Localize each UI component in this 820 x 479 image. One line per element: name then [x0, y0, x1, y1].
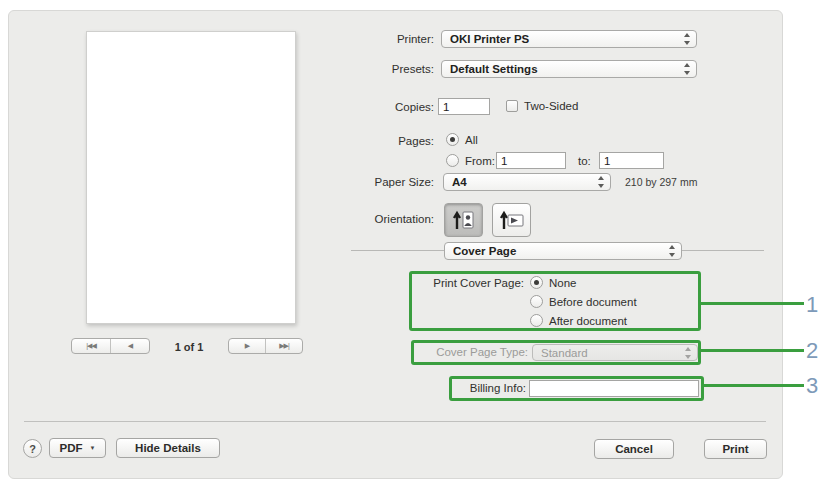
portrait-icon	[452, 208, 476, 232]
print-dialog: |◀◀ ◀ 1 of 1 ▶ ▶▶| Printer: OKI Printer …	[8, 10, 783, 479]
cover-page-type-label: Cover Page Type:	[414, 346, 528, 358]
presets-label: Presets:	[284, 63, 434, 75]
cover-page-type-popup: Standard	[532, 344, 698, 361]
stepper-icon	[684, 347, 692, 359]
pages-label: Pages:	[284, 135, 434, 147]
callout-number-2: 2	[806, 338, 818, 364]
stepper-icon	[597, 176, 605, 188]
pager-prev-button[interactable]: ◀	[110, 339, 149, 353]
pane-popup-value: Cover Page	[453, 245, 516, 257]
pages-to-input[interactable]	[599, 152, 664, 169]
callout-line-3	[703, 384, 804, 387]
hide-details-button[interactable]: Hide Details	[116, 438, 220, 458]
pager-next-button[interactable]: ▶	[229, 339, 265, 353]
print-cover-page-group: Print Cover Page: None Before document A…	[409, 271, 701, 331]
pages-from-label: From:	[465, 155, 495, 167]
cover-page-type-group: Cover Page Type: Standard	[411, 340, 701, 365]
landscape-icon	[499, 208, 525, 232]
presets-popup[interactable]: Default Settings	[441, 60, 697, 78]
stepper-icon	[683, 33, 691, 45]
paper-dimensions-label: 210 by 297 mm	[625, 176, 697, 188]
billing-info-label: Billing Info:	[452, 382, 526, 394]
pages-from-input[interactable]	[496, 152, 566, 169]
paper-size-label: Paper Size:	[284, 176, 434, 188]
pdf-menu-button[interactable]: PDF ▼	[49, 438, 106, 458]
pager-first-button[interactable]: |◀◀	[72, 339, 110, 353]
print-button[interactable]: Print	[704, 439, 767, 459]
two-sided-checkbox[interactable]	[506, 100, 518, 112]
presets-popup-value: Default Settings	[450, 63, 538, 75]
cover-page-after-radio[interactable]	[530, 314, 543, 327]
pager-back-group: |◀◀ ◀	[71, 338, 150, 354]
cancel-button[interactable]: Cancel	[594, 439, 674, 459]
callout-number-1: 1	[806, 292, 818, 318]
orientation-landscape-button[interactable]	[492, 203, 531, 237]
cover-page-before-radio[interactable]	[530, 295, 543, 308]
orientation-portrait-button[interactable]	[444, 203, 483, 237]
printer-popup-value: OKI Printer PS	[450, 33, 529, 45]
cover-page-after-label: After document	[549, 315, 627, 327]
pages-to-label: to:	[578, 155, 591, 167]
print-cover-page-label: Print Cover Page:	[412, 277, 524, 289]
callout-line-1	[700, 302, 804, 305]
pages-all-radio[interactable]	[446, 133, 459, 146]
billing-info-input[interactable]	[529, 380, 699, 397]
printer-popup[interactable]: OKI Printer PS	[441, 30, 697, 48]
help-button[interactable]: ?	[23, 439, 42, 458]
paper-size-popup[interactable]: A4	[443, 173, 611, 191]
pager-last-button[interactable]: ▶▶|	[265, 339, 302, 353]
stepper-icon	[683, 63, 691, 75]
callout-line-2	[700, 349, 804, 352]
orientation-label: Orientation:	[284, 213, 434, 225]
pdf-button-label: PDF	[60, 442, 83, 454]
pages-range-radio[interactable]	[446, 154, 459, 167]
footer-separator	[24, 421, 766, 422]
copies-input[interactable]	[438, 98, 490, 115]
copies-label: Copies:	[284, 101, 434, 113]
billing-info-group: Billing Info:	[449, 376, 704, 401]
pane-popup[interactable]: Cover Page	[444, 242, 682, 260]
cover-page-none-label: None	[549, 277, 577, 289]
print-preview-page	[86, 31, 296, 324]
paper-size-popup-value: A4	[452, 176, 467, 188]
pager-position-label: 1 of 1	[159, 341, 219, 353]
callout-number-3: 3	[806, 373, 818, 399]
cover-page-before-label: Before document	[549, 296, 637, 308]
cover-page-type-value: Standard	[541, 347, 588, 359]
chevron-down-icon: ▼	[90, 445, 96, 451]
pages-all-label: All	[465, 134, 478, 146]
two-sided-label: Two-Sided	[524, 100, 578, 112]
printer-label: Printer:	[284, 33, 434, 45]
stepper-icon	[668, 245, 676, 257]
pager-forward-group: ▶ ▶▶|	[228, 338, 303, 354]
cover-page-none-radio[interactable]	[530, 276, 543, 289]
